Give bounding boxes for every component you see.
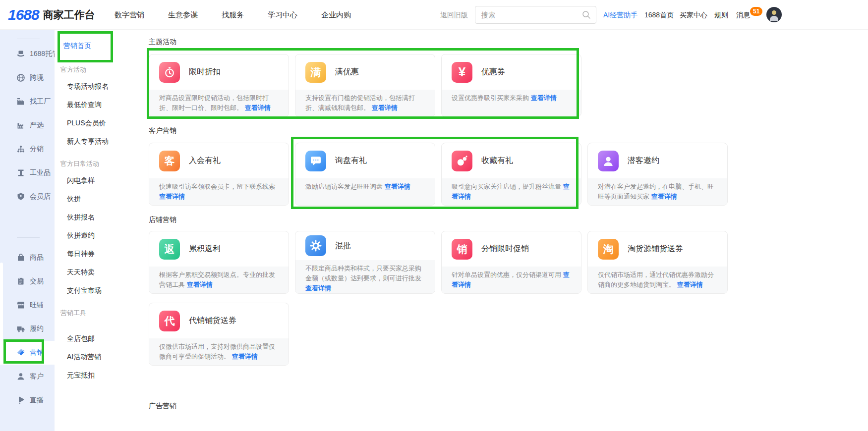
sidebar-item-1688-managed[interactable]: 1688托管 — [0, 42, 55, 66]
view-details-link[interactable]: 查看详情 — [245, 104, 271, 111]
sidebar-scrollbar[interactable] — [0, 263, 3, 347]
submenu-item-daily-special-sale[interactable]: 天天特卖 — [55, 263, 147, 281]
sidebar-item-label: 找工厂 — [30, 97, 51, 106]
sidebar-item-strict-selection[interactable]: 严选 — [0, 113, 55, 137]
submenu-item-huopin-signup[interactable]: 伙拼报名 — [55, 208, 147, 226]
card-distribution-limited-promo[interactable]: 销 分销限时促销 针对单品设置的优惠，仅分销渠道可用 查看详情 — [441, 231, 581, 294]
sidebar-item-storefront[interactable]: 旺铺 — [0, 293, 55, 317]
card-inquiry-gift[interactable]: 询盘有礼 激励店铺访客发起旺旺询盘 查看详情 — [295, 143, 435, 206]
card-title: 满优惠 — [335, 67, 359, 77]
dai-character-icon: 代 — [159, 311, 180, 331]
sidebar-item-distribution[interactable]: 分销 — [0, 137, 55, 161]
sidebar-item-member-store[interactable]: 会员店 — [0, 185, 55, 209]
user-silhouette-icon — [598, 151, 619, 171]
card-description: 快速吸引访客领取会员卡，留下联系线索 — [159, 183, 275, 190]
sidebar-item-customers[interactable]: 客户 — [0, 365, 55, 388]
messages-count-badge[interactable]: 51 — [750, 7, 762, 16]
view-details-link[interactable]: 查看详情 — [372, 104, 398, 111]
card-title: 混批 — [335, 241, 351, 251]
submenu-item-ai-activity-marketing[interactable]: AI活动营销 — [55, 348, 147, 366]
topnav-business-advisor[interactable]: 生意参谋 — [168, 10, 198, 20]
submenu-item-newcomer-activity[interactable]: 新人专享活动 — [55, 132, 147, 151]
search-box — [475, 6, 596, 24]
rules-link[interactable]: 规则 — [714, 11, 728, 20]
submenu-item-daily-coupon[interactable]: 每日神券 — [55, 245, 147, 263]
submenu-item-huopin[interactable]: 伙拼 — [55, 190, 147, 208]
view-details-link[interactable]: 查看详情 — [677, 281, 703, 288]
user-avatar[interactable] — [766, 7, 782, 22]
sidebar-item-label: 工业品 — [30, 168, 51, 177]
card-title: 收藏有礼 — [481, 156, 513, 166]
view-details-link[interactable]: 查看详情 — [187, 281, 213, 288]
topnav-learning-center[interactable]: 学习中心 — [268, 10, 297, 20]
submenu-section-official-activities: 官方活动 — [60, 65, 147, 74]
ai-assistant-link[interactable]: AI经营助手 — [603, 11, 637, 20]
card-cumulative-rebate[interactable]: 返 累积返利 根据客户累积交易额到返点。专业的批发营销工具 查看详情 — [149, 231, 289, 294]
buyer-center-link[interactable]: 买家中心 — [680, 11, 707, 20]
sidebar-item-cross-border[interactable]: 跨境 — [0, 66, 55, 90]
view-details-link[interactable]: 查看详情 — [531, 94, 557, 102]
card-coupon[interactable]: ¥ 优惠券 设置优惠券吸引买家来采购 查看详情 — [441, 54, 581, 117]
sidebar-item-label: 营销 — [30, 348, 44, 357]
bubbles-icon — [452, 151, 472, 171]
card-title: 潜客邀约 — [628, 156, 659, 166]
sidebar-item-label: 旺铺 — [30, 301, 44, 310]
search-input[interactable] — [475, 11, 582, 19]
view-details-link[interactable]: 查看详情 — [305, 284, 331, 292]
logo-text: 商家工作台 — [43, 8, 95, 22]
card-mixed-batch[interactable]: 混批 不限定商品种类和样式，只要买家总采购金额（或数量）达到要求，则可进行批发 … — [295, 231, 435, 294]
submenu-item-marketing-home[interactable]: 营销首页 — [63, 41, 147, 51]
sidebar-item-marketing[interactable]: 营销 — [0, 341, 55, 365]
topnav-enterprise-purchase[interactable]: 企业内购 — [321, 10, 351, 20]
view-details-link[interactable]: 查看详情 — [651, 193, 677, 200]
card-join-membership-gift[interactable]: 客 入会有礼 快速吸引访客领取会员卡，留下联系线索 查看详情 — [149, 143, 289, 206]
card-description: 仅微供市场适用，支持对微供商品设置仅微商可享受的促销活动。 — [159, 343, 275, 360]
submenu-item-storewide-free-shipping[interactable]: 全店包邮 — [55, 329, 147, 348]
submenu-item-lightning-sample[interactable]: 闪电拿样 — [55, 171, 147, 190]
globe-icon — [16, 73, 25, 82]
sidebar-item-products[interactable]: 商品 — [0, 246, 55, 269]
left-sidebar: 1688托管 跨境 找工厂 严选 分销 工业品 会员店 商品 交易 旺铺 履约 — [0, 30, 55, 431]
topnav-digital-marketing[interactable]: 数字营销 — [115, 10, 144, 20]
card-consignment-coupon[interactable]: 代 代销铺货送券 仅微供市场适用，支持对微供商品设置仅微商可享受的促销活动。 查… — [149, 303, 289, 366]
card-title: 淘货源铺货送券 — [628, 244, 683, 254]
submenu-item-lowest-price-query[interactable]: 最低价查询 — [55, 96, 147, 114]
submenu-section-marketing-tools: 营销工具 — [60, 309, 147, 318]
submenu-item-plus-member-price[interactable]: PLUS会员价 — [55, 114, 147, 132]
card-title: 优惠券 — [481, 67, 505, 77]
sidebar-item-industrial-goods[interactable]: 工业品 — [0, 161, 55, 185]
marketing-submenu: 营销首页 官方活动 专场活动报名 最低价查询 PLUS会员价 新人专享活动 官方… — [55, 30, 147, 431]
yen-icon: ¥ — [452, 62, 472, 83]
card-title: 分销限时促销 — [481, 244, 529, 254]
card-threshold-promotion[interactable]: 满 满优惠 支持设置有门槛的促销活动，包括满打折、满减钱和满包邮。 查看详情 — [295, 54, 435, 117]
submenu-item-huopin-invite[interactable]: 伙拼邀约 — [55, 226, 147, 245]
sidebar-item-label: 会员店 — [30, 192, 51, 201]
card-prospect-invitation[interactable]: 潜客邀约 对潜在客户发起邀约，在电脑、手机、旺旺等页面通知买家 查看详情 — [587, 143, 728, 206]
top-bar: 1688 商家工作台 数字营销 生意参谋 找服务 学习中心 企业内购 返回旧版 … — [0, 0, 868, 30]
submenu-item-yuanbao-deduction[interactable]: 元宝抵扣 — [55, 366, 147, 384]
topnav-find-services[interactable]: 找服务 — [222, 10, 244, 20]
chat-bubble-icon — [305, 151, 326, 171]
sidebar-item-livestream[interactable]: 直播 — [0, 388, 55, 412]
back-to-old-version-link[interactable]: 返回旧版 — [440, 11, 468, 20]
card-taohuoyuan-coupon[interactable]: 淘 淘货源铺货送券 仅代销市场适用，通过代销优惠券激励分销商的更多地铺货到淘宝。… — [587, 231, 728, 294]
view-details-link[interactable]: 查看详情 — [232, 353, 258, 360]
card-description: 设置优惠券吸引买家来采购 — [452, 94, 529, 102]
card-limited-time-discount[interactable]: 限时折扣 对商品设置限时促销活动，包括限时打折、限时一口价、限时包邮。 查看详情 — [149, 54, 289, 117]
messages-link[interactable]: 消息 — [736, 11, 750, 20]
factory-icon — [16, 97, 25, 106]
sidebar-item-transactions[interactable]: 交易 — [0, 269, 55, 293]
home-1688-link[interactable]: 1688首页 — [644, 11, 674, 20]
card-favorite-gift[interactable]: 收藏有礼 吸引意向买家关注店铺，提升粉丝流量 查看详情 — [441, 143, 581, 206]
view-details-link[interactable]: 查看详情 — [385, 183, 410, 190]
submenu-item-alipay-market[interactable]: 支付宝市场 — [55, 281, 147, 300]
main-content: 主题活动 限时折扣 对商品设置限时促销活动，包括限时打折、限时一口价、限时包邮。… — [149, 30, 868, 410]
logo-1688[interactable]: 1688 商家工作台 — [8, 6, 95, 23]
view-details-link[interactable]: 查看详情 — [159, 193, 185, 200]
sidebar-item-fulfillment[interactable]: 履约 — [0, 317, 55, 341]
sidebar-item-find-factory[interactable]: 找工厂 — [0, 90, 55, 113]
theme-activities-cards: 限时折扣 对商品设置限时促销活动，包括限时打折、限时一口价、限时包邮。 查看详情… — [149, 54, 728, 117]
submenu-item-special-event-signup[interactable]: 专场活动报名 — [55, 77, 147, 96]
search-icon[interactable] — [582, 10, 591, 19]
card-description: 支持设置有门槛的促销活动，包括满打折、满减钱和满包邮。 — [305, 94, 415, 111]
